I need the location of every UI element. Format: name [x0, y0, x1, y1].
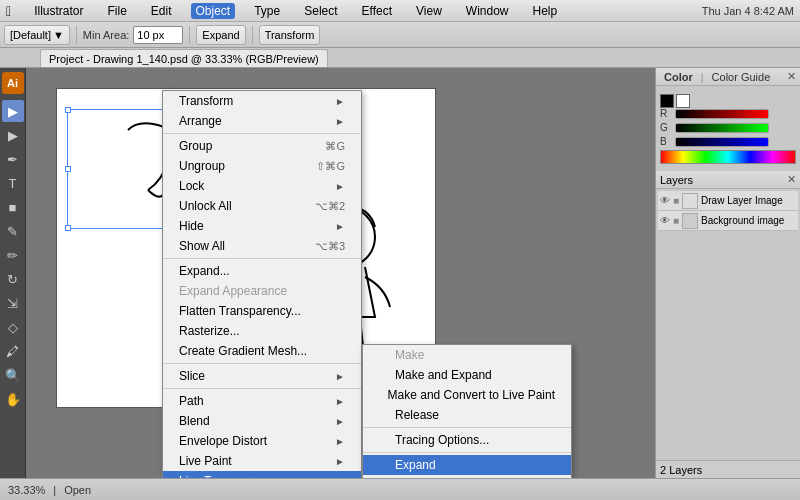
submenu-make[interactable]: Make [363, 345, 571, 365]
b-slider[interactable] [675, 137, 769, 147]
b-label: B [660, 136, 672, 147]
color-panel-close[interactable]: ✕ [787, 70, 796, 83]
layers-panel-header: Layers ✕ [656, 171, 800, 189]
menu-slice[interactable]: Slice► [163, 366, 361, 386]
r-label: R [660, 108, 672, 119]
apple-menu[interactable]:  [6, 3, 11, 19]
menu-show-all[interactable]: Show All⌥⌘3 [163, 236, 361, 256]
submenu-make-convert[interactable]: Make and Convert to Live Paint [363, 385, 571, 405]
menu-lock[interactable]: Lock► [163, 176, 361, 196]
menu-flatten-transparency[interactable]: Flatten Transparency... [163, 301, 361, 321]
layer-1-thumb [682, 193, 698, 209]
layer-row-2[interactable]: 👁 ■ Background image [658, 211, 798, 231]
shape-tool[interactable]: ■ [2, 196, 24, 218]
left-tools: Ai ▶ ▶ ✒ T ■ ✎ ✏ ↻ ⇲ ◇ 🖍 🔍 ✋ [0, 68, 26, 478]
menu-blend[interactable]: Blend► [163, 411, 361, 431]
object-dropdown-menu: Transform► Arrange► Group⌘G Ungroup⇧⌘G L… [162, 90, 362, 478]
foreground-swatch[interactable] [660, 94, 674, 108]
layer-2-lock-icon: ■ [673, 215, 679, 226]
ai-logo: Ai [2, 72, 24, 94]
menu-sep-2 [163, 258, 361, 259]
submenu-expand[interactable]: Expand [363, 455, 571, 475]
g-label: G [660, 122, 672, 133]
rotate-tool[interactable]: ↻ [2, 268, 24, 290]
menu-help[interactable]: Help [528, 3, 563, 19]
scale-tool[interactable]: ⇲ [2, 292, 24, 314]
pencil-tool[interactable]: ✏ [2, 244, 24, 266]
menu-expand-appearance[interactable]: Expand Appearance [163, 281, 361, 301]
g-slider[interactable] [675, 123, 769, 133]
menu-view[interactable]: View [411, 3, 447, 19]
layers-panel-body: 👁 ■ Draw Layer Image 👁 ■ Background imag… [656, 189, 800, 460]
menu-illustrator[interactable]: Illustrator [29, 3, 88, 19]
menu-edit[interactable]: Edit [146, 3, 177, 19]
menu-path[interactable]: Path► [163, 391, 361, 411]
menu-live-trace[interactable]: Live Trace► [163, 471, 361, 478]
menu-rasterize[interactable]: Rasterize... [163, 321, 361, 341]
menu-expand[interactable]: Expand... [163, 261, 361, 281]
layer-row-1[interactable]: 👁 ■ Draw Layer Image [658, 191, 798, 211]
zoom-level: 33.33% [8, 484, 45, 496]
menu-transform[interactable]: Transform► [163, 91, 361, 111]
zoom-tool[interactable]: 🔍 [2, 364, 24, 386]
background-swatch[interactable] [676, 94, 690, 108]
style-dropdown[interactable]: [Default] ▼ [4, 25, 70, 45]
menu-live-paint[interactable]: Live Paint► [163, 451, 361, 471]
toolbar-sep-1 [76, 26, 77, 44]
select-tool[interactable]: ▶ [2, 100, 24, 122]
submenu-make-expand[interactable]: Make and Expand [363, 365, 571, 385]
menu-bar-right: Thu Jan 4 8:42 AM [702, 5, 794, 17]
layer-2-visibility[interactable]: 👁 [660, 215, 670, 226]
canvas-area: Transform► Arrange► Group⌘G Ungroup⇧⌘G L… [26, 68, 655, 478]
menu-group[interactable]: Group⌘G [163, 136, 361, 156]
blend-tool[interactable]: ◇ [2, 316, 24, 338]
status-bar: 33.33% | Open [0, 478, 800, 500]
menu-effect[interactable]: Effect [357, 3, 397, 19]
menu-window[interactable]: Window [461, 3, 514, 19]
status-sep: | [53, 484, 56, 496]
menu-ungroup[interactable]: Ungroup⇧⌘G [163, 156, 361, 176]
text-tool[interactable]: T [2, 172, 24, 194]
expand-button[interactable]: Expand [196, 25, 245, 45]
toolbar-sep-3 [252, 26, 253, 44]
paintbrush-tool[interactable]: ✎ [2, 220, 24, 242]
toolbar-sep-2 [189, 26, 190, 44]
layer-1-visibility[interactable]: 👁 [660, 195, 670, 206]
min-area-input[interactable] [133, 26, 183, 44]
layers-panel-close[interactable]: ✕ [787, 173, 796, 186]
submenu-tracing-options[interactable]: Tracing Options... [363, 430, 571, 450]
eyedropper-tool[interactable]: 🖍 [2, 340, 24, 362]
pen-tool[interactable]: ✒ [2, 148, 24, 170]
submenu-release[interactable]: Release [363, 405, 571, 425]
menu-select[interactable]: Select [299, 3, 342, 19]
transform-button[interactable]: Transform [259, 25, 321, 45]
menu-sep-1 [163, 133, 361, 134]
menu-hide[interactable]: Hide► [163, 216, 361, 236]
menu-envelope-distort[interactable]: Envelope Distort► [163, 431, 361, 451]
hand-tool[interactable]: ✋ [2, 388, 24, 410]
submenu-expand-as-viewed[interactable]: Expand as Viewed [363, 475, 571, 478]
doc-status: Open [64, 484, 91, 496]
menu-object[interactable]: Object [191, 3, 236, 19]
menu-unlock-all[interactable]: Unlock All⌥⌘2 [163, 196, 361, 216]
submenu-sep-2 [363, 452, 571, 453]
toolbar: [Default] ▼ Min Area: Expand Transform [0, 22, 800, 48]
doc-tab[interactable]: Project - Drawing 1_140.psd @ 33.33% (RG… [40, 49, 328, 67]
color-swatch-row [660, 94, 796, 108]
direct-select-tool[interactable]: ▶ [2, 124, 24, 146]
main-layout: Ai ▶ ▶ ✒ T ■ ✎ ✏ ↻ ⇲ ◇ 🖍 🔍 ✋ [0, 68, 800, 478]
color-guide-tab[interactable]: Color Guide [708, 71, 775, 83]
menu-file[interactable]: File [102, 3, 131, 19]
color-panel-header: Color | Color Guide ✕ [656, 68, 800, 86]
menu-arrange[interactable]: Arrange► [163, 111, 361, 131]
r-slider[interactable] [675, 109, 769, 119]
g-slider-row: G [660, 122, 796, 133]
spectrum-bar[interactable] [660, 150, 796, 164]
layers-panel-title: Layers [660, 174, 693, 186]
menu-type[interactable]: Type [249, 3, 285, 19]
menu-create-gradient-mesh[interactable]: Create Gradient Mesh... [163, 341, 361, 361]
color-panel-tab[interactable]: Color [660, 71, 697, 83]
layer-2-name: Background image [701, 215, 796, 226]
layers-panel-footer: 2 Layers [656, 460, 800, 478]
layers-count: 2 Layers [660, 464, 702, 476]
